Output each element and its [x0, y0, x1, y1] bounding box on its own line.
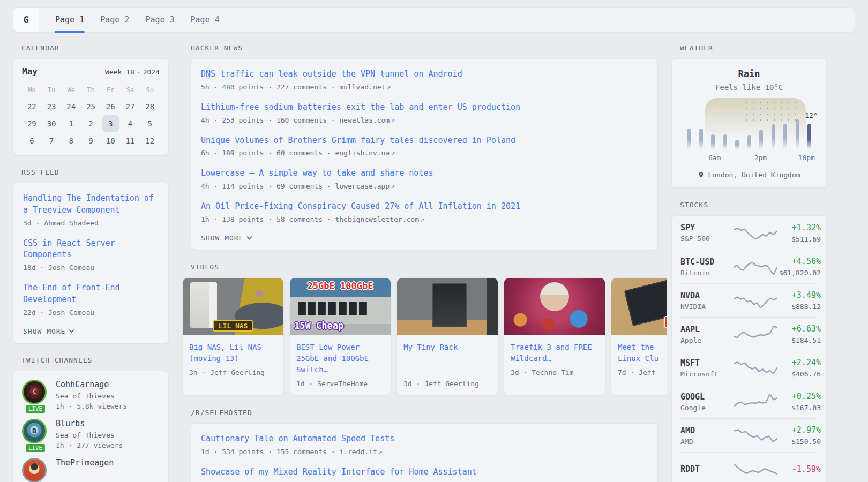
rss-item-meta: 22d · Josh Comeau — [23, 308, 159, 317]
stock-sparkline — [734, 357, 777, 379]
video-title-link[interactable]: Meet the Linux Clu — [618, 342, 667, 364]
reddit-item-link[interactable]: Cautionary Tale on Automated Speed Tests — [201, 433, 648, 445]
video-title-link[interactable]: My Tiny Rack — [403, 342, 491, 353]
stock-price: $167.03 — [777, 404, 821, 412]
thumbnail-text: 25GbE 100GbE — [308, 281, 373, 291]
tab-page-1[interactable]: Page 1 — [49, 8, 91, 32]
calendar-section: CALENDAR May Week 18·2024 MoTuWeThFrSaSu… — [13, 44, 169, 155]
news-item-meta-text: 4h · 253 points · 160 comments · newatla… — [201, 116, 390, 124]
video-title-link[interactable]: Big NAS, Lil NAS (moving 13) — [189, 342, 277, 364]
twitch-channel-cohhcarnage[interactable]: C LIVE CohhCarnage Sea of Thieves 1h · 5… — [22, 380, 160, 410]
calendar-day: 1 — [61, 115, 81, 132]
rss-item-link[interactable]: CSS in React Server Components — [23, 238, 159, 261]
stock-id: BTC-USD Bitcoin — [680, 257, 734, 277]
weather-section: WEATHER Rain Feels like 10°C 12° 6am2pm1… — [671, 44, 827, 188]
calendar-day: 24 — [61, 98, 81, 115]
stock-id: SPY S&P 500 — [680, 223, 734, 243]
stock-symbol: NVDA — [680, 291, 734, 300]
twitch-widget: C LIVE CohhCarnage Sea of Thieves 1h · 5… — [13, 371, 169, 482]
active-tab-underline — [55, 31, 85, 33]
weather-location-row: London, United Kingdom — [680, 171, 818, 179]
weather-bar — [735, 140, 739, 149]
channel-name: CohhCarnage — [56, 380, 127, 389]
reddit-section: /R/SELFHOSTED Cautionary Tale on Automat… — [191, 409, 658, 482]
thumbnail-text: LIL NAS — [213, 320, 253, 332]
rss-show-more-button[interactable]: SHOW MORE — [23, 327, 159, 335]
tab-page-2[interactable]: Page 2 — [94, 8, 136, 32]
live-badge: LIVE — [25, 404, 46, 414]
left-column: CALENDAR May Week 18·2024 MoTuWeThFrSaSu… — [13, 32, 169, 482]
rss-item-link[interactable]: Handling The Indentation of a Treeview C… — [23, 193, 159, 216]
video-thumbnail[interactable]: LIL NAS — [183, 278, 283, 335]
calendar-day: 9 — [81, 132, 101, 149]
hacker-news-show-more-button[interactable]: SHOW MORE — [201, 234, 648, 242]
reddit-item-link[interactable]: Showcase of my Mixed Reality Interface f… — [201, 466, 648, 478]
stock-sparkline — [734, 391, 777, 412]
news-item-meta: 1h · 138 points · 58 comments · thebigne… — [201, 215, 648, 223]
tab-page-3[interactable]: Page 3 — [139, 8, 181, 32]
news-item-meta-text: 1h · 138 points · 58 comments · thebigne… — [201, 215, 419, 223]
video-meta: 1d · ServeTheHome — [296, 380, 384, 388]
news-item-link[interactable]: Lowercase – A simple way to take and sha… — [201, 168, 648, 179]
video-thumbnail[interactable] — [397, 278, 498, 335]
news-item-link[interactable]: An Oil Price-Fixing Conspiracy Caused 27… — [201, 201, 648, 213]
video-thumbnail[interactable]: FA — [611, 278, 667, 335]
twitch-section-title: TWITCH CHANNELS — [21, 356, 169, 364]
twitch-channel-blurbs[interactable]: B LIVE Blurbs Sea of Thieves 1h · 277 vi… — [22, 419, 160, 449]
calendar-day: 4 — [121, 115, 140, 132]
calendar-day: 28 — [140, 98, 160, 115]
weather-chart: 12° — [686, 102, 812, 149]
stock-values: +4.56% $61,820.02 — [777, 257, 821, 277]
news-item-link[interactable]: Unique volumes of Brothers Grimm fairy t… — [201, 135, 648, 147]
calendar-day: 29 — [22, 115, 42, 132]
channel-name: Blurbs — [56, 419, 123, 428]
external-link-icon: ↗ — [391, 149, 395, 157]
weather-bar — [711, 134, 715, 149]
video-card: Traefik 3 and FREE Wildcard… 3d · Techno… — [504, 277, 605, 396]
weather-time-label: 6am — [708, 154, 721, 162]
calendar-week-year: Week 18·2024 — [105, 68, 160, 76]
news-item-meta: 6h · 189 points · 60 comments · english.… — [201, 149, 648, 157]
twitch-channel-theprimeagen[interactable]: ThePrimeagen — [22, 458, 160, 482]
stock-row-btc: BTC-USD Bitcoin +4.56% $61,820.02 — [680, 250, 818, 283]
stocks-section-title: STOCKS — [680, 201, 827, 209]
weather-feels-like: Feels like 10°C — [680, 83, 818, 92]
calendar-day: 11 — [121, 132, 140, 149]
reddit-item: Cautionary Tale on Automated Speed Tests… — [201, 433, 648, 456]
stock-name: Apple — [680, 336, 734, 344]
news-item: Lowercase – A simple way to take and sha… — [201, 168, 648, 190]
calendar-grid: MoTuWeThFrSaSu22232425262728293012345678… — [22, 83, 160, 149]
weather-bar — [723, 134, 727, 149]
stock-id: AAPL Apple — [680, 325, 734, 344]
calendar-day: 26 — [101, 98, 121, 115]
video-title-link[interactable]: Traefik 3 and FREE Wildcard… — [511, 342, 598, 364]
news-item-link[interactable]: DNS traffic can leak outside the VPN tun… — [201, 69, 648, 80]
channel-name: ThePrimeagen — [56, 458, 114, 468]
stock-price: $61,820.02 — [777, 269, 821, 277]
stock-row-msft: MSFT Microsoft +2.24% $406.76 — [680, 351, 818, 385]
videos-section-title: VIDEOS — [191, 263, 658, 271]
stocks-widget: SPY S&P 500 +1.32% $511.69 BTC-USD Bitco… — [671, 215, 827, 482]
stock-name: Bitcoin — [680, 269, 734, 277]
external-link-icon: ↗ — [378, 448, 383, 456]
news-item-link[interactable]: Lithium-free sodium batteries exit the l… — [201, 102, 648, 114]
app-logo[interactable]: G — [13, 8, 39, 32]
weather-time-label: 10pm — [798, 154, 815, 162]
calendar-weekday: Fr — [101, 83, 121, 98]
stock-price: $511.69 — [777, 235, 821, 243]
calendar-weekday: We — [61, 83, 81, 98]
tab-page-4[interactable]: Page 4 — [184, 8, 226, 32]
video-thumbnail[interactable]: 25GbE 100GbE 15W Cheap — [290, 278, 391, 335]
video-title-link[interactable]: BEST Low Power 25GbE and 100GbE Switch… — [296, 342, 384, 375]
reddit-section-title: /R/SELFHOSTED — [191, 409, 658, 417]
stocks-section: STOCKS SPY S&P 500 +1.32% $511.69 — [671, 201, 827, 482]
rss-item-link[interactable]: The End of Front-End Development — [23, 282, 159, 306]
video-thumbnail[interactable] — [504, 278, 605, 335]
twitch-avatar-wrap — [22, 458, 49, 482]
weather-bar — [783, 124, 787, 149]
stock-change: +0.25% — [777, 391, 821, 401]
stock-symbol: BTC-USD — [680, 257, 734, 267]
hacker-news-section: HACKER NEWS DNS traffic can leak outside… — [191, 44, 658, 250]
stock-row-rddt: RDDT -1.59% — [680, 452, 818, 482]
weather-bar-now: 12° — [807, 124, 811, 149]
